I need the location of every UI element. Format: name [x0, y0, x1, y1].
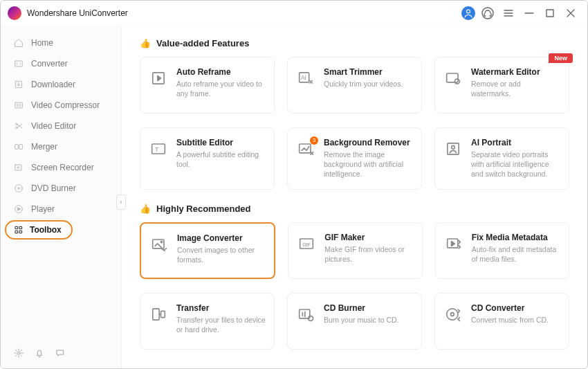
svg-rect-16 [19, 226, 21, 228]
compress-icon [13, 100, 24, 111]
card-cd-converter[interactable]: CD Converter Convert music from CD. [434, 293, 569, 350]
notifications-icon[interactable] [34, 348, 45, 359]
card-title: Smart Trimmer [324, 67, 403, 77]
card-desc: A powerful subtitle editing tool. [176, 150, 266, 169]
sidebar-item-compressor[interactable]: Video Compressor [1, 95, 121, 116]
card-image-converter[interactable]: Image Converter Convert images to other … [140, 222, 275, 279]
sidebar-item-label: Merger [31, 142, 57, 152]
grid-icon [13, 224, 24, 235]
card-cd-burner[interactable]: CD Burner Burn your music to CD. [287, 293, 422, 350]
maximize-button[interactable] [542, 5, 558, 21]
card-title: Watermark Editor [471, 67, 560, 77]
svg-point-7 [15, 127, 17, 129]
menu-icon[interactable] [500, 5, 517, 21]
card-background-remover[interactable]: 3 Background Remover Remove the image ba… [287, 127, 422, 190]
app-title: Wondershare UniConverter [27, 8, 128, 18]
card-fix-metadata[interactable]: Fix Media Metadata Auto-fix and edit met… [435, 222, 569, 279]
disc-icon [13, 183, 24, 194]
card-desc: Make GIF from videos or pictures. [324, 244, 413, 264]
svg-point-24 [454, 79, 459, 84]
sidebar-footer [1, 348, 121, 369]
thumb-icon: 👍 [140, 38, 151, 48]
card-subtitle-editor[interactable]: T Subtitle Editor A powerful subtitle ed… [140, 127, 275, 190]
sidebar-item-editor[interactable]: Video Editor [1, 116, 121, 136]
section-head-value-added: 👍 Value-added Features [140, 38, 569, 48]
svg-point-6 [15, 123, 17, 125]
svg-rect-10 [15, 165, 21, 170]
svg-rect-2 [546, 10, 553, 17]
app-logo-icon [8, 6, 21, 20]
svg-point-40 [451, 312, 454, 316]
svg-point-1 [482, 8, 493, 19]
sidebar-item-dvd[interactable]: DVD Burner [1, 178, 121, 199]
svg-text:AI: AI [301, 75, 306, 81]
home-icon [13, 37, 24, 48]
sidebar-item-label: Toolbox [30, 225, 62, 235]
sidebar-item-merger[interactable]: Merger [1, 136, 121, 157]
trim-icon: AI [296, 69, 315, 88]
portrait-icon [443, 139, 463, 159]
card-watermark-editor[interactable]: New Watermark Editor Remove or add water… [434, 57, 569, 114]
svg-point-31 [160, 241, 162, 242]
svg-rect-36 [161, 311, 165, 317]
scissors-icon [13, 120, 24, 132]
watermark-icon [443, 69, 463, 88]
transfer-icon [149, 305, 168, 324]
card-title: Background Remover [324, 138, 413, 147]
play-icon [13, 204, 24, 215]
gif-icon: GIF [297, 234, 316, 253]
sidebar-item-recorder[interactable]: Screen Recorder [1, 157, 121, 178]
section-title: Value-added Features [156, 38, 249, 48]
card-smart-trimmer[interactable]: AI Smart Trimmer Quickly trim your video… [287, 57, 422, 114]
card-title: CD Burner [324, 303, 399, 313]
card-title: Fix Media Metadata [472, 233, 560, 242]
new-badge: New [549, 53, 573, 63]
svg-point-39 [447, 308, 458, 319]
card-desc: Convert images to other formats. [177, 245, 266, 264]
sidebar-item-label: Home [31, 38, 53, 48]
close-button[interactable] [562, 5, 579, 21]
section-title: Highly Recommended [156, 204, 251, 214]
minimize-button[interactable] [521, 5, 538, 21]
card-auto-reframe[interactable]: Auto Reframe Auto reframe your video to … [140, 57, 275, 114]
svg-text:GIF: GIF [302, 242, 311, 246]
card-desc: Separate video portraits with artificial… [471, 150, 560, 179]
sidebar-item-toolbox[interactable]: Toolbox [1, 219, 121, 240]
card-transfer[interactable]: Transfer Transfer your files to device o… [140, 293, 275, 350]
svg-point-13 [18, 188, 20, 190]
cdburn-icon [296, 305, 315, 324]
card-desc: Auto-fix and edit metadata of media file… [472, 244, 560, 264]
card-desc: Remove the image background with artific… [324, 150, 413, 179]
card-desc: Burn your music to CD. [324, 315, 399, 325]
sidebar-item-player[interactable]: Player [1, 199, 121, 219]
sidebar-item-label: Video Editor [31, 121, 76, 131]
user-avatar-icon[interactable] [461, 6, 475, 20]
section-head-recommended: 👍 Highly Recommended [140, 204, 569, 214]
card-title: Subtitle Editor [176, 138, 266, 147]
card-ai-portrait[interactable]: AI Portrait Separate video portraits wit… [434, 127, 569, 190]
card-desc: Convert music from CD. [471, 315, 549, 325]
sidebar-item-converter[interactable]: Converter [1, 53, 121, 74]
sidebar-collapse-button[interactable]: ‹ [116, 195, 126, 210]
merge-icon [13, 141, 24, 152]
sidebar-item-home[interactable]: Home [1, 33, 121, 53]
svg-rect-9 [19, 145, 23, 150]
svg-rect-18 [19, 231, 21, 233]
reframe-icon [149, 69, 168, 88]
settings-icon[interactable] [13, 348, 24, 359]
cdconv-icon [443, 305, 463, 324]
support-icon[interactable] [479, 5, 496, 21]
sidebar-item-label: Video Compressor [31, 100, 100, 110]
card-gif-maker[interactable]: GIF GIF Maker Make GIF from videos or pi… [288, 222, 422, 279]
svg-point-29 [452, 145, 455, 149]
sidebar-item-downloader[interactable]: Downloader [1, 74, 121, 95]
card-desc: Auto reframe your video to any frame. [176, 79, 266, 98]
sidebar-item-label: Downloader [31, 80, 75, 89]
sidebar-item-label: Converter [31, 59, 68, 69]
count-badge: 3 [310, 136, 318, 145]
svg-point-12 [15, 185, 23, 192]
feedback-icon[interactable] [55, 348, 66, 359]
converter-icon [13, 58, 24, 69]
svg-rect-23 [447, 73, 458, 82]
svg-rect-17 [15, 231, 17, 233]
